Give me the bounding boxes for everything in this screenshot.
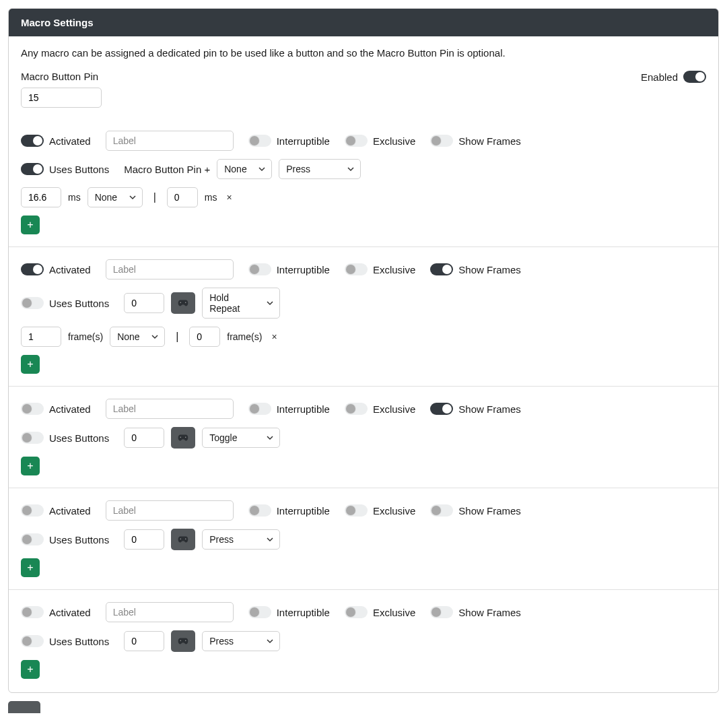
uses-buttons-toggle[interactable] (21, 533, 44, 545)
duration-b-input[interactable] (189, 327, 220, 347)
duration-a-input[interactable] (21, 327, 61, 347)
interruptible-toggle[interactable] (248, 135, 271, 147)
macro-block: ActivatedInterruptibleExclusiveShow Fram… (9, 246, 718, 386)
interruptible-toggle[interactable] (248, 403, 271, 415)
panel-title: Macro Settings (9, 9, 718, 36)
show-frames-toggle[interactable] (430, 606, 453, 618)
activated-label: Activated (49, 264, 91, 275)
combo-select[interactable]: None (217, 159, 272, 179)
footer-stub (8, 701, 40, 713)
pin-value-input[interactable] (124, 529, 164, 550)
trigger-select-value: Press (209, 636, 234, 647)
exclusive-label: Exclusive (373, 607, 415, 618)
trigger-select[interactable]: Press (279, 159, 361, 179)
macro-label-input[interactable] (106, 399, 234, 419)
activated-toggle[interactable] (21, 606, 44, 618)
activated-toggle[interactable] (21, 135, 44, 147)
macro-label-input[interactable] (106, 602, 234, 622)
enabled-label: Enabled (641, 71, 678, 83)
uses-buttons-label: Uses Buttons (49, 534, 109, 545)
activated-label: Activated (49, 505, 91, 517)
add-step-button[interactable]: + (21, 558, 40, 577)
svg-point-0 (180, 302, 182, 304)
uses-buttons-toggle[interactable] (21, 432, 44, 444)
mid-select-value: None (95, 192, 117, 203)
chevron-down-icon (266, 637, 274, 645)
macro-block: ActivatedInterruptibleExclusiveShow Fram… (9, 488, 718, 589)
chevron-down-icon (266, 535, 274, 543)
activated-toggle[interactable] (21, 504, 44, 517)
exclusive-label: Exclusive (373, 264, 415, 275)
macro-button-pin-input[interactable] (21, 88, 102, 108)
uses-buttons-toggle[interactable] (21, 163, 44, 175)
uses-buttons-label: Uses Buttons (49, 164, 109, 175)
chevron-down-icon (129, 193, 137, 201)
enabled-toggle[interactable] (683, 71, 706, 83)
controller-button[interactable] (171, 630, 195, 652)
trigger-select[interactable]: Press (202, 529, 280, 550)
pin-value-input[interactable] (124, 631, 164, 651)
interruptible-label: Interruptible (277, 135, 330, 147)
add-step-button[interactable]: + (21, 660, 40, 679)
interruptible-toggle[interactable] (248, 263, 271, 275)
macro-pin-plus-label: Macro Button Pin + (124, 164, 210, 175)
interruptible-toggle[interactable] (248, 504, 271, 517)
exclusive-toggle[interactable] (345, 606, 368, 618)
show-frames-label: Show Frames (458, 505, 521, 517)
controller-button[interactable] (171, 529, 195, 550)
macro-settings-panel: Macro Settings Any macro can be assigned… (8, 8, 719, 693)
add-step-button[interactable]: + (21, 457, 40, 475)
pin-value-input[interactable] (124, 293, 164, 313)
chevron-down-icon (266, 299, 274, 307)
exclusive-toggle[interactable] (345, 403, 368, 415)
duration-a-input[interactable] (21, 187, 61, 207)
unit-a-label: frame(s) (68, 331, 103, 342)
activated-toggle[interactable] (21, 403, 44, 415)
exclusive-toggle[interactable] (345, 135, 368, 147)
mid-select[interactable]: None (88, 187, 143, 207)
macro-label-input[interactable] (106, 500, 234, 521)
controller-button[interactable] (171, 427, 195, 449)
activated-toggle[interactable] (21, 263, 44, 275)
mid-select-value: None (117, 331, 139, 342)
show-frames-toggle[interactable] (430, 263, 453, 275)
trigger-select-value: Press (209, 534, 234, 545)
trigger-select-value: Toggle (209, 432, 237, 443)
add-step-button[interactable]: + (21, 355, 40, 374)
macro-block: ActivatedInterruptibleExclusiveShow Fram… (9, 589, 718, 691)
macro-label-input[interactable] (106, 259, 234, 279)
mid-select[interactable]: None (110, 327, 165, 347)
add-step-button[interactable]: + (21, 216, 40, 234)
svg-point-5 (185, 539, 186, 540)
show-frames-toggle[interactable] (430, 403, 453, 415)
remove-step-button[interactable]: × (269, 331, 279, 342)
show-frames-label: Show Frames (458, 607, 521, 618)
show-frames-label: Show Frames (458, 135, 521, 147)
controller-button[interactable] (171, 292, 195, 314)
activated-label: Activated (49, 403, 91, 415)
pin-value-input[interactable] (124, 428, 164, 448)
trigger-select[interactable]: Toggle (202, 428, 280, 448)
chevron-down-icon (347, 165, 355, 173)
remove-step-button[interactable]: × (224, 192, 235, 203)
uses-buttons-label: Uses Buttons (49, 432, 109, 444)
duration-b-input[interactable] (167, 187, 198, 207)
exclusive-toggle[interactable] (345, 263, 368, 275)
trigger-select[interactable]: Press (202, 631, 280, 651)
chevron-down-icon (266, 434, 274, 442)
activated-label: Activated (49, 135, 91, 147)
interruptible-label: Interruptible (277, 505, 330, 517)
uses-buttons-toggle[interactable] (21, 635, 44, 647)
svg-point-3 (185, 437, 186, 438)
show-frames-toggle[interactable] (430, 135, 453, 147)
svg-point-2 (180, 437, 182, 438)
pipe-separator: | (149, 191, 160, 203)
macro-label-input[interactable] (106, 131, 234, 151)
show-frames-toggle[interactable] (430, 504, 453, 517)
uses-buttons-label: Uses Buttons (49, 298, 109, 309)
exclusive-toggle[interactable] (345, 504, 368, 517)
uses-buttons-toggle[interactable] (21, 297, 44, 309)
interruptible-toggle[interactable] (248, 606, 271, 618)
show-frames-label: Show Frames (458, 403, 521, 415)
trigger-select[interactable]: Hold Repeat (202, 288, 280, 319)
